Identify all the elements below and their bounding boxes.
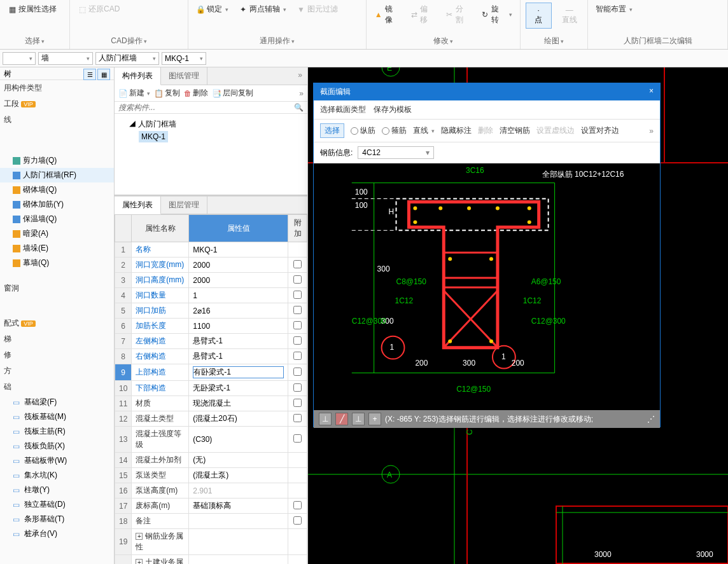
additional-checkbox[interactable] bbox=[293, 501, 302, 509]
additional-checkbox[interactable] bbox=[293, 352, 302, 360]
tool-vertical-rebar[interactable]: 纵筋 bbox=[351, 125, 375, 136]
split-button[interactable]: ✂分割 bbox=[443, 3, 473, 27]
combo-category[interactable]: 墙▾ bbox=[38, 52, 93, 65]
property-row[interactable]: 16泵送高度(m)2.901 bbox=[115, 483, 307, 499]
additional-checkbox[interactable] bbox=[293, 275, 302, 284]
rotate-button[interactable]: ↻旋转 bbox=[478, 3, 515, 27]
toolbar-more-icon[interactable]: » bbox=[299, 89, 304, 98]
property-row[interactable]: 5洞口加筋2⌀16 bbox=[115, 303, 307, 319]
modify-label[interactable]: 修改 bbox=[372, 34, 515, 46]
sidebar-item-foundation[interactable]: ▭条形基础(T) bbox=[0, 512, 114, 526]
smart-layout-button[interactable]: 智能布置 bbox=[593, 3, 635, 16]
additional-checkbox[interactable] bbox=[293, 399, 302, 407]
sidebar-view-grid[interactable]: ▦ bbox=[97, 69, 110, 80]
common-ops-label[interactable]: 通用操作 bbox=[193, 34, 361, 46]
tab-drawing-mgmt[interactable]: 图纸管理 bbox=[161, 67, 207, 85]
tabs-more-icon[interactable]: » bbox=[293, 67, 307, 85]
sidebar-item-foundation[interactable]: ▭筏板负筋(X) bbox=[0, 439, 114, 453]
property-row[interactable]: 1名称MKQ-1 bbox=[115, 242, 307, 258]
additional-checkbox[interactable] bbox=[293, 434, 302, 443]
tool-hide-annotation[interactable]: 隐藏标注 bbox=[441, 125, 472, 136]
sidebar-item-wall[interactable]: 剪力墙(Q) bbox=[0, 153, 114, 168]
property-row[interactable]: 11材质现浇混凝土 bbox=[115, 396, 307, 411]
property-row[interactable]: 10下部构造无卧梁式-1 bbox=[115, 381, 307, 396]
component-tree-item-selected[interactable]: MKQ-1 bbox=[139, 131, 168, 142]
sidebar-item-foundation[interactable]: ▭桩承台(V) bbox=[0, 526, 114, 541]
combo-type[interactable]: 人防门框墙▾ bbox=[95, 52, 159, 65]
filter-button[interactable]: ▼图元过滤 bbox=[294, 3, 340, 16]
combo-instance[interactable]: MKQ-1▾ bbox=[162, 52, 206, 65]
select-by-attr-button[interactable]: ▦按属性选择 bbox=[5, 3, 59, 16]
property-row[interactable]: 8右侧构造悬臂式-1 bbox=[115, 349, 307, 364]
restore-cad-button[interactable]: ⬚还原CAD bbox=[75, 3, 122, 16]
tree-section-window[interactable]: 窗洞 bbox=[0, 280, 114, 296]
sidebar-item-foundation[interactable]: ▭基础梁(F) bbox=[0, 395, 114, 409]
property-row[interactable]: 7左侧构造悬臂式-1 bbox=[115, 334, 307, 349]
tree-section-dir[interactable]: 方 bbox=[0, 363, 114, 379]
delete-button[interactable]: 🗑删除 bbox=[184, 88, 208, 99]
property-row[interactable]: 13混凝土强度等级(C30) bbox=[115, 427, 307, 453]
tree-section-line[interactable]: 线 bbox=[0, 112, 114, 128]
status-icon-3[interactable]: ⊥ bbox=[352, 413, 365, 425]
tree-section-stair[interactable]: 梯 bbox=[0, 331, 114, 347]
property-row[interactable]: 9上部构造有卧梁式-1 bbox=[115, 364, 307, 381]
property-row[interactable]: 4洞口数量1 bbox=[115, 288, 307, 303]
property-row[interactable]: 29+土建业务属性 bbox=[115, 555, 307, 565]
section-canvas[interactable]: 3C16 全部纵筋 10C12+12C16 H 300 300 1 1 200 … bbox=[314, 163, 660, 410]
sidebar-item-foundation[interactable]: ▭筏板主筋(R) bbox=[0, 424, 114, 439]
tool-delete[interactable]: 删除 bbox=[478, 125, 493, 136]
sidebar-item-wall[interactable]: 砌体墙(Q) bbox=[0, 182, 114, 197]
two-point-axis-button[interactable]: ✦两点辅轴 bbox=[236, 3, 289, 16]
additional-checkbox[interactable] bbox=[293, 414, 302, 422]
sidebar-item-wall[interactable]: 人防门框墙(RF) bbox=[0, 168, 114, 182]
sidebar-item-wall[interactable]: 保温墙(Q) bbox=[0, 212, 114, 226]
sidebar-item-foundation[interactable]: ▭集水坑(K) bbox=[0, 468, 114, 483]
additional-checkbox[interactable] bbox=[293, 336, 302, 345]
tool-hoop-rebar[interactable]: 箍筋 bbox=[382, 125, 407, 136]
lock-button[interactable]: 🔒锁定 bbox=[193, 3, 231, 16]
tree-section-fix[interactable]: 修 bbox=[0, 347, 114, 363]
property-row[interactable]: 18备注 bbox=[115, 514, 307, 529]
status-icon-2[interactable]: ╱ bbox=[335, 413, 348, 425]
tab-layer-mgmt[interactable]: 图层管理 bbox=[161, 196, 207, 214]
layer-copy-button[interactable]: 📑层间复制 bbox=[212, 88, 253, 99]
status-icon-1[interactable]: ⊥ bbox=[319, 413, 332, 425]
property-row[interactable]: 15泵送类型(混凝土泵) bbox=[115, 468, 307, 483]
dialog-close-button[interactable]: × bbox=[649, 86, 654, 97]
property-row[interactable]: 17废标高(m)基础顶标高 bbox=[115, 499, 307, 514]
property-row[interactable]: 6加筋长度1100 bbox=[115, 319, 307, 334]
property-row[interactable]: 12混凝土类型(混凝土20石) bbox=[115, 411, 307, 427]
property-row[interactable]: 14混凝土外加剂(无) bbox=[115, 453, 307, 468]
sidebar-item-wall[interactable]: 幕墙(Q) bbox=[0, 256, 114, 270]
sidebar-item-foundation[interactable]: ▭基础板带(W) bbox=[0, 453, 114, 468]
sidebar-item-foundation[interactable]: ▭筏板基础(M) bbox=[0, 409, 114, 424]
tab-component-list[interactable]: 构件列表 bbox=[115, 67, 161, 85]
tree-section-segment[interactable]: 工段 VIP bbox=[0, 96, 114, 112]
sidebar-item-wall[interactable]: 暗梁(A) bbox=[0, 226, 114, 241]
additional-checkbox[interactable] bbox=[293, 306, 302, 314]
additional-checkbox[interactable] bbox=[293, 368, 302, 376]
rebar-info-combo[interactable]: 4C12▾ bbox=[358, 146, 434, 159]
tree-section-fit[interactable]: 配式 VIP bbox=[0, 315, 114, 331]
new-button[interactable]: 📄新建 bbox=[118, 88, 150, 99]
tab-property-list[interactable]: 属性列表 bbox=[115, 196, 161, 214]
additional-checkbox[interactable] bbox=[293, 516, 302, 525]
resize-grip-icon[interactable]: ⋰ bbox=[647, 415, 655, 423]
offset-button[interactable]: ⇄偏移 bbox=[407, 3, 438, 27]
status-icon-4[interactable]: + bbox=[368, 413, 381, 425]
sidebar-view-list[interactable]: ☰ bbox=[83, 69, 96, 80]
tool-clear-rebar[interactable]: 清空钢筋 bbox=[500, 125, 530, 136]
menu-save-template[interactable]: 保存为模板 bbox=[374, 104, 412, 115]
sidebar-item-foundation[interactable]: ▭柱墩(Y) bbox=[0, 483, 114, 497]
tool-set-align[interactable]: 设置对齐边 bbox=[581, 125, 619, 136]
component-tree-root[interactable]: ◢ 人防门框墙 bbox=[118, 118, 304, 131]
tool-line[interactable]: 直线 bbox=[413, 125, 435, 136]
line-draw-button[interactable]: —直线 bbox=[557, 3, 582, 28]
sidebar-item-foundation[interactable]: ▭独立基础(D) bbox=[0, 497, 114, 512]
property-row[interactable]: 19+钢筋业务属性 bbox=[115, 529, 307, 555]
sidebar-item-wall[interactable]: 墙垛(E) bbox=[0, 241, 114, 256]
search-input[interactable] bbox=[118, 103, 294, 112]
property-row[interactable]: 3洞口高度(mm)2000 bbox=[115, 273, 307, 288]
combo-floor[interactable]: ▾ bbox=[3, 52, 36, 65]
additional-checkbox[interactable] bbox=[293, 383, 302, 392]
